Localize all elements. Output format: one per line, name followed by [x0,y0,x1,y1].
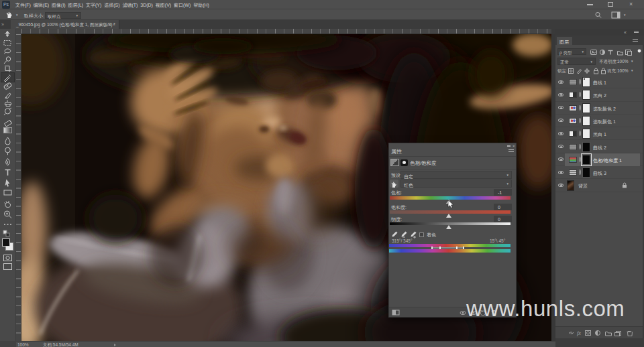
svg-text:fx: fx [577,330,581,336]
